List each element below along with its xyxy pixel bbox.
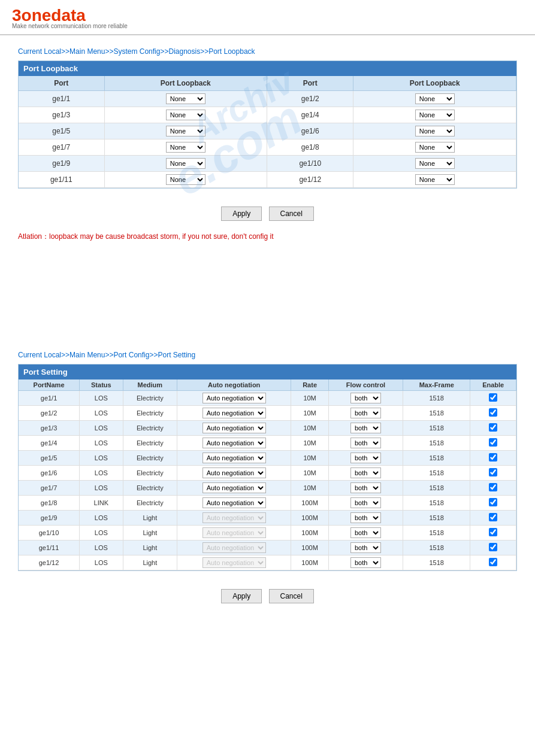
ps-status: LOS — [80, 421, 123, 436]
ps-enable-checkbox[interactable] — [489, 408, 497, 417]
ps-rate: 10M — [291, 436, 329, 451]
portsetting-apply-button[interactable]: Apply — [221, 589, 262, 603]
ps-auto-neg-select[interactable]: Auto negotiationForce — [202, 482, 266, 493]
portsetting-button-row: Apply Cancel — [18, 583, 517, 609]
loopback-select2[interactable]: Noneinternalexternal — [415, 158, 455, 169]
ps-rate: 100M — [291, 555, 329, 570]
ps-flow-select[interactable]: bothnonetxrx — [350, 467, 381, 478]
loopback-select2[interactable]: Noneinternalexternal — [415, 142, 455, 153]
ps-auto-neg-cell: Auto negotiationForce — [177, 555, 291, 570]
ps-enable-checkbox[interactable] — [489, 483, 497, 491]
ps-enable-checkbox[interactable] — [489, 423, 497, 432]
loopback-warning: Atlation：loopback may be cause broadcast… — [18, 232, 517, 242]
loopback-select1[interactable]: Noneinternalexternal — [166, 158, 205, 169]
ps-flow-select[interactable]: bothnonetxrx — [350, 393, 381, 403]
ps-enable-checkbox[interactable] — [489, 528, 497, 536]
ps-status: LINK — [80, 496, 123, 511]
ps-flow-select[interactable]: bothnonetxrx — [350, 482, 381, 493]
ps-auto-neg-cell: Auto negotiationForce — [177, 466, 291, 481]
ps-auto-neg-select[interactable]: Auto negotiationForce — [202, 453, 266, 463]
loopback-apply-button[interactable]: Apply — [221, 207, 262, 221]
table-row: ge1/2LOSElectrictyAuto negotiationForce1… — [19, 406, 516, 421]
ps-status: LOS — [80, 436, 123, 451]
ps-medium: Light — [123, 555, 177, 570]
ps-status: LOS — [80, 541, 123, 555]
ps-enable-cell — [470, 526, 516, 541]
ps-portname: ge1/8 — [19, 496, 80, 511]
loopback-select2[interactable]: Noneinternalexternal — [415, 174, 455, 185]
ps-auto-neg-select[interactable]: Auto negotiationForce — [202, 497, 266, 508]
ps-medium: Light — [123, 526, 177, 541]
ps-flow-select[interactable]: bothnonetxrx — [350, 453, 381, 463]
col-rate: Rate — [291, 379, 329, 391]
ps-maxframe: 1518 — [403, 391, 470, 406]
ps-medium: Electricty — [123, 391, 177, 406]
ps-auto-neg-select[interactable]: Auto negotiationForce — [202, 512, 266, 523]
loopback-cancel-button[interactable]: Cancel — [269, 207, 314, 221]
col-maxframe: Max-Frame — [403, 379, 470, 391]
ps-maxframe: 1518 — [403, 541, 470, 555]
ps-auto-neg-select[interactable]: Auto negotiationForce — [202, 527, 266, 538]
loopback-select1[interactable]: Noneinternalexternal — [166, 93, 205, 104]
loopback-select1[interactable]: Noneinternalexternal — [166, 174, 205, 185]
table-row: ge1/3LOSElectrictyAuto negotiationForce1… — [19, 421, 516, 436]
ps-maxframe: 1518 — [403, 526, 470, 541]
ps-enable-checkbox[interactable] — [489, 393, 497, 402]
ps-status: LOS — [80, 526, 123, 541]
ps-flow-cell: bothnonetxrx — [328, 451, 403, 466]
port-loopback-title: Port Loopback — [19, 61, 516, 76]
ps-flow-select[interactable]: bothnonetxrx — [350, 557, 381, 568]
ps-enable-cell — [470, 481, 516, 496]
ps-auto-neg-select[interactable]: Auto negotiationForce — [202, 393, 266, 403]
col-enable: Enable — [470, 379, 516, 391]
ps-maxframe: 1518 — [403, 436, 470, 451]
ps-rate: 10M — [291, 481, 329, 496]
loopback-select1[interactable]: Noneinternalexternal — [166, 142, 205, 153]
ps-flow-select[interactable]: bothnonetxrx — [350, 423, 381, 433]
ps-portname: ge1/2 — [19, 406, 80, 421]
ps-maxframe: 1518 — [403, 406, 470, 421]
loopback-select1[interactable]: Noneinternalexternal — [166, 126, 205, 136]
ps-enable-checkbox[interactable] — [489, 453, 497, 462]
ps-enable-checkbox[interactable] — [489, 513, 497, 521]
ps-auto-neg-select[interactable]: Auto negotiationForce — [202, 467, 266, 478]
ps-enable-checkbox[interactable] — [489, 468, 497, 476]
loopback-select2[interactable]: Noneinternalexternal — [415, 93, 455, 104]
ps-enable-checkbox[interactable] — [489, 438, 497, 447]
ps-portname: ge1/7 — [19, 481, 80, 496]
breadcrumb-loopback: Current Local>>Main Menu>>System Config>… — [18, 47, 517, 56]
loopback-select2[interactable]: Noneinternalexternal — [415, 110, 455, 120]
ps-flow-select[interactable]: bothnonetxrx — [350, 408, 381, 418]
ps-enable-cell — [470, 406, 516, 421]
col-port2: Port — [267, 76, 353, 91]
loopback-table: Port Port Loopback Port Port Loopback ge… — [19, 76, 516, 188]
col-loopback1: Port Loopback — [104, 76, 267, 91]
ps-maxframe: 1518 — [403, 481, 470, 496]
ps-maxframe: 1518 — [403, 555, 470, 570]
ps-enable-checkbox[interactable] — [489, 498, 497, 506]
ps-flow-select[interactable]: bothnonetxrx — [350, 527, 381, 538]
ps-auto-neg-select[interactable]: Auto negotiationForce — [202, 438, 266, 448]
port-setting-title: Port Setting — [19, 365, 516, 379]
loopback-select2[interactable]: Noneinternalexternal — [415, 126, 455, 136]
ps-rate: 10M — [291, 466, 329, 481]
ps-flow-select[interactable]: bothnonetxrx — [350, 542, 381, 553]
ps-flow-select[interactable]: bothnonetxrx — [350, 438, 381, 448]
portsetting-cancel-button[interactable]: Cancel — [269, 589, 314, 603]
ps-auto-neg-cell: Auto negotiationForce — [177, 511, 291, 526]
ps-auto-neg-select[interactable]: Auto negotiationForce — [202, 557, 266, 568]
ps-auto-neg-cell: Auto negotiationForce — [177, 541, 291, 555]
ps-auto-neg-select[interactable]: Auto negotiationForce — [202, 408, 266, 418]
ps-enable-cell — [470, 391, 516, 406]
loopback-select1[interactable]: Noneinternalexternal — [166, 110, 205, 120]
ps-maxframe: 1518 — [403, 511, 470, 526]
ps-flow-select[interactable]: bothnonetxrx — [350, 512, 381, 523]
ps-enable-checkbox[interactable] — [489, 558, 497, 566]
ps-enable-checkbox[interactable] — [489, 543, 497, 551]
ps-rate: 10M — [291, 421, 329, 436]
loopback-select1-cell: Noneinternalexternal — [104, 139, 267, 156]
ps-flow-select[interactable]: bothnonetxrx — [350, 497, 381, 508]
ps-auto-neg-cell: Auto negotiationForce — [177, 421, 291, 436]
ps-auto-neg-select[interactable]: Auto negotiationForce — [202, 423, 266, 433]
ps-auto-neg-select[interactable]: Auto negotiationForce — [202, 542, 266, 553]
